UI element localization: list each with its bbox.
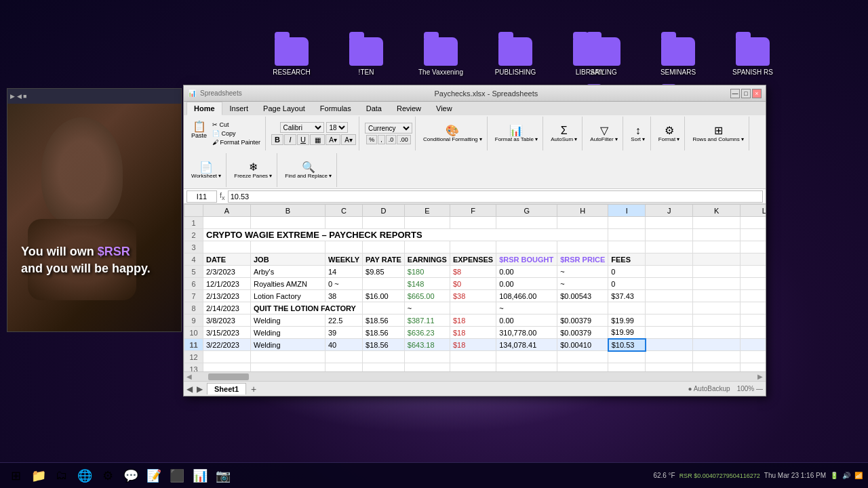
col-header-J: J bbox=[646, 205, 693, 217]
taskbar-apps-grid[interactable]: ⊞ bbox=[5, 466, 26, 486]
scroll-thumb[interactable] bbox=[208, 373, 249, 380]
window-titlebar: 📊 Spreadsheets Paychecks.xlsx - Spreadsh… bbox=[184, 85, 766, 102]
taskbar-terminal[interactable]: ⬛ bbox=[167, 466, 187, 486]
minimize-button[interactable]: — bbox=[730, 89, 740, 98]
ribbon-group-conditional: 🎨 Conditional Formatting ▾ bbox=[418, 117, 488, 150]
desktop-icon-spanishrs[interactable]: SPANISH RS bbox=[726, 37, 780, 76]
table-row: 12 bbox=[184, 351, 766, 363]
taskbar-files[interactable]: 📁 bbox=[28, 466, 49, 486]
desktop-icon-vaxxening[interactable]: The Vaxxening bbox=[414, 37, 468, 76]
taskbar-folder[interactable]: 🗂 bbox=[52, 466, 72, 486]
tab-insert[interactable]: Insert bbox=[222, 102, 256, 115]
bold-button[interactable]: B bbox=[271, 134, 283, 145]
table-row: 8 2/14/2023 QUIT THE LOTION FACTORY ~ ~ bbox=[184, 302, 766, 314]
find-replace-btn[interactable]: 🔍 Find and Replace ▾ bbox=[283, 161, 334, 180]
tab-formulas[interactable]: Formulas bbox=[313, 102, 359, 115]
video-toolbar: ▶ ◀ ■ bbox=[7, 89, 181, 104]
paste-button[interactable]: 📋 Paste bbox=[189, 121, 209, 146]
scroll-left-btn[interactable]: ◀ bbox=[184, 373, 195, 380]
table-row: 5 2/3/2023 Arby's 14 $9.85 $180 $8 0.00 … bbox=[184, 266, 766, 278]
video-overlay-text: You will own You will own $RSR$RSR and y… bbox=[21, 243, 151, 277]
rows-columns-btn[interactable]: ⊞ Rows and Columns ▾ bbox=[690, 125, 746, 143]
spreadsheet-title[interactable]: CRYPTO WAGIE EXTREME – PAYCHECK REPORTS bbox=[203, 229, 608, 241]
table-row: 11 3/22/2023 Welding 40 $18.56 $643.18 $… bbox=[184, 339, 766, 351]
table-row: 6 12/1/2023 Royalties AMZN 0 ~ $148 $0 0… bbox=[184, 278, 766, 290]
maximize-button[interactable]: □ bbox=[741, 89, 751, 98]
col-header-G: G bbox=[496, 205, 557, 217]
percent-btn[interactable]: % bbox=[366, 135, 377, 144]
desktop-icon-sailing[interactable]: SAILING bbox=[576, 37, 631, 76]
freeze-panes-btn[interactable]: ❄ Freeze Panes ▾ bbox=[232, 161, 274, 180]
col-header-E: E bbox=[404, 205, 450, 217]
taskbar-browser[interactable]: 🌐 bbox=[75, 466, 95, 486]
decrease-decimal-btn[interactable]: .00 bbox=[397, 135, 411, 144]
col-header-D: D bbox=[363, 205, 405, 217]
desktop-icon-publishing[interactable]: PUBLISHING bbox=[488, 37, 542, 76]
autosum-btn[interactable]: Σ AutoSum ▾ bbox=[549, 125, 579, 143]
format-btn[interactable]: ⚙ Format ▾ bbox=[656, 125, 682, 143]
copy-button[interactable]: 📄 Copy bbox=[210, 129, 262, 138]
horizontal-scrollbar[interactable]: ◀ ▶ bbox=[184, 371, 766, 381]
selected-cell[interactable]: $10.53 bbox=[608, 339, 646, 351]
tab-data[interactable]: Data bbox=[359, 102, 389, 115]
format-as-table-btn[interactable]: 📊 Format as Table ▾ bbox=[493, 125, 540, 143]
formula-input[interactable] bbox=[228, 190, 763, 203]
table-row: 13 bbox=[184, 363, 766, 372]
border-button[interactable]: ▦ bbox=[310, 134, 325, 145]
increase-decimal-btn[interactable]: .0 bbox=[386, 135, 397, 144]
sort-btn[interactable]: ↕ Sort ▾ bbox=[629, 125, 648, 143]
format-painter-button[interactable]: 🖌 Format Painter bbox=[210, 138, 262, 146]
fill-color-button[interactable]: A▾ bbox=[326, 134, 340, 145]
taskbar-sound-icon: 🔊 bbox=[842, 472, 850, 479]
sheet-tab-sheet1[interactable]: Sheet1 bbox=[207, 383, 246, 394]
tab-review[interactable]: Review bbox=[389, 102, 429, 115]
close-button[interactable]: × bbox=[752, 89, 762, 98]
scroll-sheets-right[interactable]: ▶ bbox=[197, 384, 203, 394]
tab-pagelayout[interactable]: Page Layout bbox=[256, 102, 313, 115]
taskbar-settings[interactable]: ⚙ bbox=[98, 466, 118, 486]
font-color-button[interactable]: A▾ bbox=[341, 134, 356, 145]
ribbon-group-worksheet: 📄 Worksheet ▾ bbox=[186, 153, 226, 187]
spreadsheet-area[interactable]: A B C D E F G H I J K L M bbox=[184, 204, 766, 371]
comma-btn[interactable]: , bbox=[378, 135, 385, 144]
cut-button[interactable]: ✂ Cut bbox=[210, 121, 262, 129]
worksheet-btn[interactable]: 📄 Worksheet ▾ bbox=[189, 161, 223, 180]
desktop-icon-seminars[interactable]: SEMINARS bbox=[651, 37, 705, 76]
font-size-select[interactable]: 18 bbox=[326, 122, 348, 133]
col-header-F: F bbox=[450, 205, 496, 217]
zoom-control[interactable]: 100% — bbox=[737, 385, 763, 392]
scroll-right-btn[interactable]: ▶ bbox=[755, 373, 766, 380]
italic-button[interactable]: I bbox=[284, 134, 296, 145]
taskbar: ⊞ 📁 🗂 🌐 ⚙ 💬 📝 ⬛ 📊 📷 62.6 °F RSR $0.00407… bbox=[0, 462, 868, 488]
taskbar-notes[interactable]: 📝 bbox=[144, 466, 164, 486]
col-header-H: H bbox=[557, 205, 608, 217]
table-row: 7 2/13/2023 Lotion Factory 38 $16.00 $66… bbox=[184, 290, 766, 302]
spreadsheet-table: A B C D E F G H I J K L M bbox=[184, 204, 766, 371]
cell-reference-input[interactable] bbox=[186, 190, 217, 203]
taskbar-wifi-icon: 📶 bbox=[854, 472, 863, 479]
underline-button[interactable]: U bbox=[297, 134, 309, 145]
video-face bbox=[7, 104, 181, 331]
taskbar-discord[interactable]: 💬 bbox=[121, 466, 141, 486]
ribbon-tabs: Home Insert Page Layout Formulas Data Re… bbox=[184, 102, 766, 115]
tab-home[interactable]: Home bbox=[186, 102, 222, 115]
tab-view[interactable]: View bbox=[429, 102, 460, 115]
taskbar-spreadsheet[interactable]: 📊 bbox=[190, 466, 210, 486]
taskbar-apps: ⊞ 📁 🗂 🌐 ⚙ 💬 📝 ⬛ 📊 📷 bbox=[5, 466, 233, 486]
scroll-sheets-left[interactable]: ◀ bbox=[186, 384, 193, 394]
desktop-icon-iten[interactable]: !TEN bbox=[339, 37, 393, 76]
add-sheet-button[interactable]: + bbox=[248, 383, 260, 395]
ribbon-group-rowscols: ⊞ Rows and Columns ▾ bbox=[688, 117, 749, 150]
table-row: 2 CRYPTO WAGIE EXTREME – PAYCHECK REPORT… bbox=[184, 229, 766, 241]
desktop: RESEARCH !TEN The Vaxxening PUBLISHING L… bbox=[0, 0, 868, 488]
number-format-select[interactable]: Currency bbox=[365, 123, 412, 134]
window-title: Paychecks.xlsx - Spreadsheets bbox=[242, 89, 730, 98]
font-family-select[interactable]: Calibri bbox=[280, 122, 324, 133]
ribbon-group-autofilter: ▽ AutoFilter ▾ bbox=[585, 117, 623, 150]
desktop-icon-research[interactable]: RESEARCH bbox=[264, 37, 319, 76]
col-header-I: I bbox=[608, 205, 646, 217]
taskbar-screenshot[interactable]: 📷 bbox=[213, 466, 233, 486]
conditional-format-btn[interactable]: 🎨 Conditional Formatting ▾ bbox=[421, 125, 484, 143]
ribbon-group-font: Calibri 18 B I U ▦ A▾ A▾ bbox=[269, 117, 359, 150]
autofilter-btn[interactable]: ▽ AutoFilter ▾ bbox=[588, 125, 619, 143]
